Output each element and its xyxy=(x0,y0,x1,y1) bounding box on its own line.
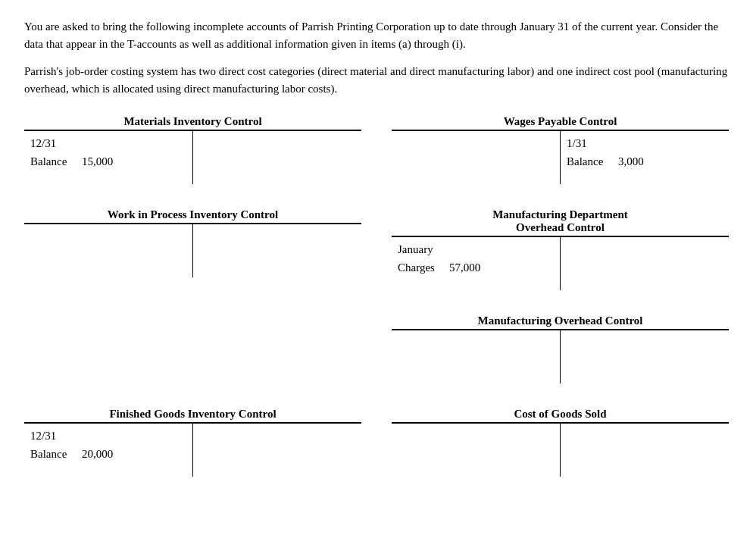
mfg-overhead-left xyxy=(392,330,561,383)
mfg-dept-overhead-body: January Charges 57,000 xyxy=(392,237,729,290)
work-in-process-right xyxy=(193,224,361,277)
finished-goods-right xyxy=(193,424,361,477)
mfg-dept-overhead-title: Manufacturing Department Overhead Contro… xyxy=(392,208,729,237)
finished-goods-balance-label: Balance xyxy=(30,445,76,463)
intro-paragraph-2: Parrish's job-order costing system has t… xyxy=(24,63,729,97)
mfg-dept-overhead-right xyxy=(561,237,729,290)
wages-payable-title: Wages Payable Control xyxy=(392,115,729,131)
work-in-process-title: Work in Process Inventory Control xyxy=(24,208,361,224)
finished-goods-title: Finished Goods Inventory Control xyxy=(24,408,361,424)
intro-section: You are asked to bring the following inc… xyxy=(24,18,729,97)
wages-payable-entry-1: 1/31 xyxy=(567,134,723,152)
mfg-overhead-account: Manufacturing Overhead Control xyxy=(392,314,729,383)
mfg-dept-overhead-account: Manufacturing Department Overhead Contro… xyxy=(392,208,729,290)
cost-of-goods-sold-title: Cost of Goods Sold xyxy=(392,408,729,424)
wages-payable-right: 1/31 Balance 3,000 xyxy=(561,131,729,184)
materials-inventory-label-1: 12/31 xyxy=(30,134,76,152)
finished-goods-body: 12/31 Balance 20,000 xyxy=(24,424,361,477)
wages-payable-balance-value: 3,000 xyxy=(618,152,656,171)
finished-goods-account: Finished Goods Inventory Control 12/31 B… xyxy=(24,408,361,477)
wages-payable-entry-2: Balance 3,000 xyxy=(567,152,723,171)
materials-inventory-balance-value: 15,000 xyxy=(82,152,120,171)
finished-goods-label-1: 12/31 xyxy=(30,427,76,445)
materials-inventory-body: 12/31 Balance 15,000 xyxy=(24,131,361,184)
materials-inventory-entry-1: 12/31 xyxy=(30,134,186,152)
wages-payable-account: Wages Payable Control 1/31 Balance 3,000 xyxy=(392,115,729,184)
wages-payable-label-1: 1/31 xyxy=(567,134,612,152)
mfg-overhead-body xyxy=(392,330,729,383)
mfg-dept-overhead-charges-label: Charges xyxy=(398,258,443,277)
row3-left-placeholder xyxy=(24,314,361,408)
wages-payable-left xyxy=(392,131,561,184)
work-in-process-body xyxy=(24,224,361,277)
mfg-dept-overhead-left: January Charges 57,000 xyxy=(392,237,561,290)
mfg-dept-overhead-entry-2: Charges 57,000 xyxy=(398,258,554,277)
materials-inventory-left: 12/31 Balance 15,000 xyxy=(24,131,193,184)
mfg-dept-overhead-january-label: January xyxy=(398,240,443,258)
materials-inventory-right xyxy=(193,131,361,184)
finished-goods-left: 12/31 Balance 20,000 xyxy=(24,424,193,477)
finished-goods-entry-2: Balance 20,000 xyxy=(30,445,186,463)
cost-of-goods-sold-left xyxy=(392,424,561,477)
materials-inventory-entry-2: Balance 15,000 xyxy=(30,152,186,171)
mfg-overhead-right xyxy=(561,330,729,383)
wages-payable-balance-label: Balance xyxy=(567,152,612,171)
work-in-process-left xyxy=(24,224,193,277)
finished-goods-balance-value: 20,000 xyxy=(82,445,120,463)
materials-inventory-title: Materials Inventory Control xyxy=(24,115,361,131)
intro-paragraph-1: You are asked to bring the following inc… xyxy=(24,18,729,52)
materials-inventory-account: Materials Inventory Control 12/31 Balanc… xyxy=(24,115,361,184)
cost-of-goods-sold-body xyxy=(392,424,729,477)
mfg-overhead-title: Manufacturing Overhead Control xyxy=(392,314,729,330)
finished-goods-entry-1: 12/31 xyxy=(30,427,186,445)
work-in-process-account: Work in Process Inventory Control xyxy=(24,208,361,290)
mfg-dept-overhead-entry-1: January xyxy=(398,240,554,258)
t-accounts-grid: Materials Inventory Control 12/31 Balanc… xyxy=(24,115,729,501)
wages-payable-body: 1/31 Balance 3,000 xyxy=(392,131,729,184)
cost-of-goods-sold-right xyxy=(561,424,729,477)
cost-of-goods-sold-account: Cost of Goods Sold xyxy=(392,408,729,477)
mfg-dept-overhead-charges-value: 57,000 xyxy=(449,258,487,277)
materials-inventory-balance-label: Balance xyxy=(30,152,76,171)
